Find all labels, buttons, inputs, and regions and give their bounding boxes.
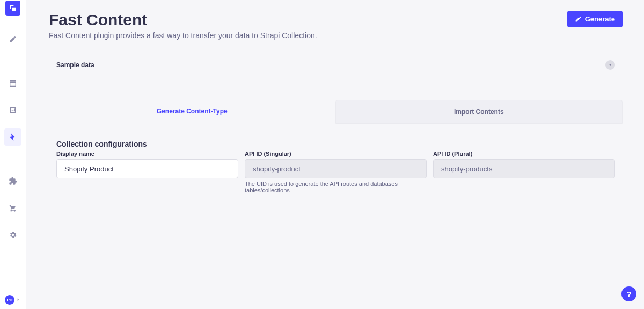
sidebar: PD (0, 0, 26, 309)
section-title: Collection configurations (56, 140, 615, 148)
api-id-plural-input[interactable] (433, 159, 615, 178)
help-button[interactable]: ? (621, 286, 636, 301)
media-library-icon[interactable] (4, 102, 21, 119)
settings-icon[interactable] (4, 226, 21, 243)
generate-button-label: Generate (585, 15, 615, 23)
strapi-logo[interactable] (5, 1, 20, 16)
content-type-builder-icon[interactable] (4, 75, 21, 92)
api-id-singular-hint: The UID is used to generate the API rout… (245, 181, 427, 193)
content-icon[interactable] (4, 31, 21, 48)
edit-icon (575, 16, 582, 23)
tabs: Generate Content-Type Import Contents (49, 100, 623, 124)
chevron-down-icon (608, 63, 612, 67)
tab-generate-content-type[interactable]: Generate Content-Type (49, 100, 335, 124)
collapse-toggle[interactable] (605, 60, 615, 70)
avatar[interactable]: PD (5, 295, 14, 305)
main-content: Fast Content Fast Content plugin provide… (26, 0, 644, 309)
display-name-label: Display name (56, 150, 238, 157)
expand-sidebar-icon[interactable] (16, 295, 21, 305)
api-id-singular-input[interactable] (245, 159, 427, 178)
sample-data-label: Sample data (56, 61, 94, 69)
display-name-input[interactable] (56, 159, 238, 178)
fast-content-icon[interactable] (4, 128, 21, 146)
page-title: Fast Content (49, 11, 317, 29)
collection-config-section: Collection configurations Display name A… (49, 140, 623, 193)
marketplace-icon[interactable] (4, 199, 21, 217)
tab-import-contents[interactable]: Import Contents (335, 100, 623, 124)
generate-button[interactable]: Generate (567, 11, 623, 27)
plugins-icon[interactable] (4, 173, 21, 190)
api-id-singular-label: API ID (Singular) (245, 150, 427, 157)
api-id-plural-label: API ID (Plural) (433, 150, 615, 157)
page-subtitle: Fast Content plugin provides a fast way … (49, 31, 317, 40)
